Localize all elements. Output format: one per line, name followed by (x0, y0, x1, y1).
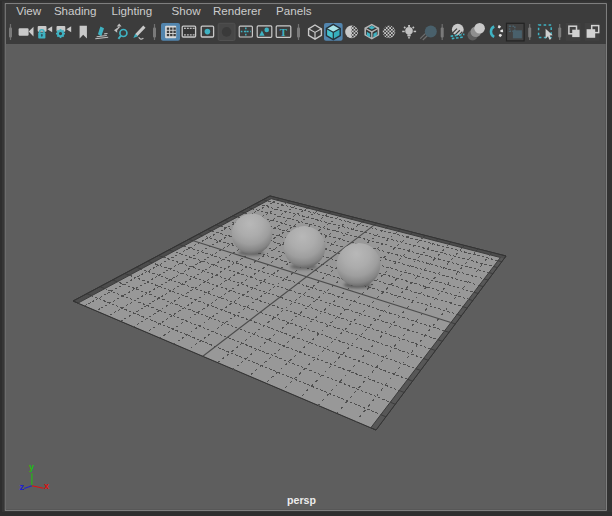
svg-text:Panels: Panels (276, 4, 312, 17)
svg-text:Show: Show (172, 4, 202, 17)
svg-text:z: z (20, 482, 25, 492)
svg-text:persp: persp (287, 494, 316, 506)
svg-text:y: y (29, 462, 34, 472)
svg-text:View: View (16, 4, 42, 17)
svg-text:T: T (280, 26, 288, 38)
svg-text:Lighting: Lighting (112, 4, 153, 17)
svg-text:Shading: Shading (54, 4, 97, 17)
svg-text:x: x (44, 481, 49, 491)
svg-text:Renderer: Renderer (213, 4, 261, 17)
